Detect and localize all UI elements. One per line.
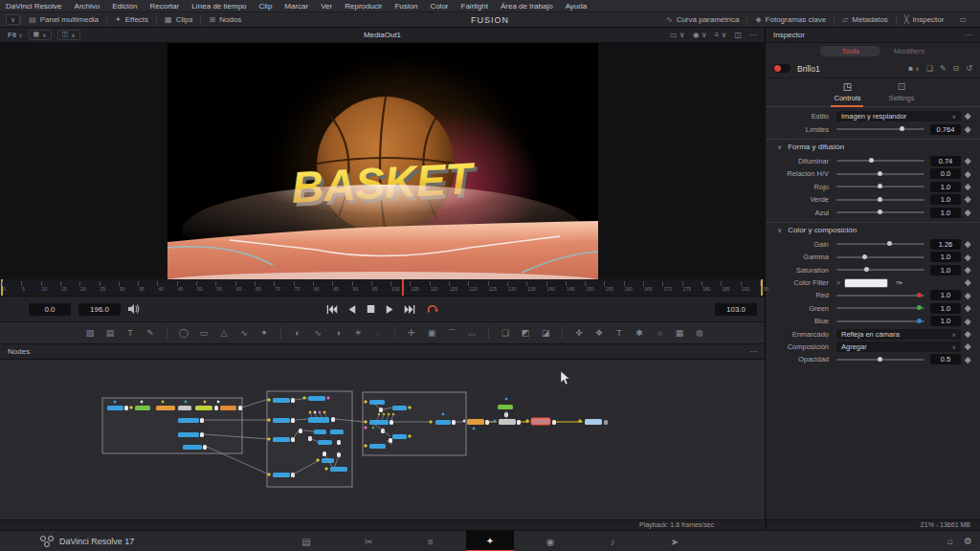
stop-button[interactable] <box>367 305 374 313</box>
range-in-field[interactable]: 0.0 <box>29 303 71 316</box>
glow-icon[interactable]: ☼ <box>654 328 665 338</box>
play-reverse-button[interactable] <box>348 305 355 314</box>
param-slider[interactable] <box>836 186 924 187</box>
curve2-icon[interactable]: ⌓ <box>466 328 478 339</box>
playhead[interactable] <box>402 279 404 296</box>
current-frame-field[interactable]: 103.0 <box>715 303 757 316</box>
keyframe-diamond[interactable] <box>961 242 974 247</box>
keyframe-diamond[interactable] <box>961 255 974 260</box>
param-value-field[interactable]: 0.764 <box>930 124 961 135</box>
edit-page-icon[interactable]: ≡ <box>416 531 445 551</box>
keyframe-diamond[interactable] <box>961 268 974 273</box>
param-slider[interactable] <box>836 128 924 130</box>
param-dropdown[interactable]: Imagen y resplandor∨ <box>836 111 961 121</box>
viewer-menu-ellipsis[interactable]: ⋯ <box>749 31 757 39</box>
speaker-icon[interactable] <box>128 304 140 314</box>
option-list-icon[interactable]: ≡ ∨ <box>715 31 727 39</box>
param-value-field[interactable]: 1.0 <box>930 252 961 262</box>
menu-item[interactable]: Área de trabajo <box>501 2 553 11</box>
keyframe-diamond[interactable] <box>961 344 974 349</box>
expand-arrow[interactable]: > <box>836 279 840 286</box>
param-slider[interactable] <box>836 320 924 322</box>
menu-item[interactable]: Fairlight <box>461 2 488 11</box>
menu-item[interactable]: Ayuda <box>566 2 588 11</box>
matte-control-icon[interactable]: ◩ <box>520 328 531 338</box>
nodes-menu-ellipsis[interactable]: ⋯ <box>749 347 757 356</box>
param-value-field[interactable]: 0.74 <box>930 156 961 166</box>
home-icon[interactable]: ⌂ <box>947 536 953 546</box>
keyframe-diamond[interactable] <box>961 197 974 202</box>
subtab-settings[interactable]: ⊡ Settings <box>888 81 914 107</box>
node-enable-toggle[interactable] <box>773 64 791 73</box>
fusion-page-icon[interactable]: ✦ <box>466 531 514 551</box>
menu-item[interactable]: Edición <box>112 2 137 11</box>
polygon-mask-icon[interactable]: △ <box>218 328 230 338</box>
range-out-field[interactable]: 196.0 <box>78 303 121 316</box>
keyframe-diamond[interactable] <box>961 306 974 311</box>
deliver-page-icon[interactable]: ➤ <box>660 531 689 551</box>
section-header[interactable]: ∨Forma y difusión <box>766 139 980 155</box>
channel-booleans-icon[interactable]: ◪ <box>540 328 551 338</box>
menu-item[interactable]: Ver <box>321 2 332 11</box>
camera3d-icon[interactable]: ▦ <box>674 328 685 338</box>
fotogramas-clave-button[interactable]: ◈Fotogramas clave <box>747 15 834 24</box>
particles-icon[interactable]: ✱ <box>634 328 645 338</box>
param-slider[interactable] <box>836 307 924 309</box>
media-tool-icon[interactable]: ▤ <box>104 328 116 338</box>
effects-button[interactable]: ✦Effects <box>107 15 156 24</box>
inspector-button[interactable]: ╳Inspector <box>897 15 952 24</box>
param-value-field[interactable]: 1.0 <box>930 208 961 218</box>
keyframe-diamond[interactable] <box>961 127 974 132</box>
keyframe-diamond[interactable] <box>961 172 974 177</box>
keyframe-diamond[interactable] <box>961 332 974 337</box>
gamut-icon[interactable]: ◉ ∨ <box>693 31 707 39</box>
param-slider[interactable] <box>836 359 924 361</box>
metadatos-button[interactable]: ▱Metadatos <box>835 15 896 24</box>
fit-dropdown[interactable]: Fit ∨ <box>8 31 23 39</box>
keyframe-diamond[interactable] <box>961 210 974 215</box>
keyframe-diamond[interactable] <box>961 185 974 189</box>
versions-icon[interactable]: ❏ <box>926 64 933 73</box>
keyframe-diamond[interactable] <box>961 320 974 324</box>
rectangle-mask-icon[interactable]: ▭ <box>198 328 210 338</box>
param-value-field[interactable]: 0.5 <box>930 354 961 364</box>
crop-icon[interactable]: ▣ <box>426 328 437 338</box>
loop-button[interactable] <box>426 304 438 315</box>
menu-item[interactable]: Recortar <box>149 2 179 11</box>
param-dropdown[interactable]: Agregar∨ <box>836 342 961 352</box>
edit-icon[interactable]: ✎ <box>940 64 947 73</box>
fairlight-page-icon[interactable]: ♪ <box>598 531 627 551</box>
menu-item[interactable]: Archivo <box>75 2 100 11</box>
text-tool-icon[interactable]: T <box>124 328 136 338</box>
ellipse-mask-icon[interactable]: ◯ <box>178 328 189 338</box>
hue-curves-icon[interactable]: ◑ <box>332 328 344 338</box>
clips-button[interactable]: ▦Clips <box>157 15 200 24</box>
tab-tools[interactable]: Tools <box>820 46 880 56</box>
paint-tool-icon[interactable]: ✎ <box>145 328 156 338</box>
background-tool-icon[interactable]: ▧ <box>84 328 96 338</box>
param-value-field[interactable]: 1.0 <box>930 182 961 192</box>
color-page-icon[interactable]: ◉ <box>536 531 565 551</box>
param-slider[interactable] <box>836 256 924 258</box>
settings-gear-icon[interactable]: ⚙ <box>964 536 972 546</box>
param-value-field[interactable]: 1.0 <box>930 265 961 276</box>
split-view-icon[interactable]: ◫ <box>734 31 742 39</box>
keyframe-diamond[interactable] <box>961 280 974 285</box>
keyframe-diamond[interactable] <box>961 294 974 298</box>
go-to-start-button[interactable] <box>326 305 337 314</box>
param-slider[interactable] <box>836 243 924 245</box>
param-value-field[interactable]: 1.0 <box>930 194 961 205</box>
blur-icon[interactable]: ◌ <box>372 328 384 338</box>
curva-parametrica-button[interactable]: ∿Curva paramétrica <box>658 15 747 24</box>
param-slider[interactable] <box>836 173 924 175</box>
param-slider[interactable] <box>836 160 924 162</box>
renderer3d-icon[interactable]: ◍ <box>694 328 705 338</box>
go-to-end-button[interactable] <box>404 305 414 314</box>
cut-page-icon[interactable]: ✂ <box>354 531 383 551</box>
bspline-mask-icon[interactable]: ∿ <box>238 328 250 338</box>
menu-item[interactable]: Marcar <box>284 2 308 11</box>
view-mode-dropdown[interactable]: ◫ ∨ <box>57 30 80 40</box>
tracker-icon[interactable]: ✜ <box>573 328 585 338</box>
param-value-field[interactable]: 1.26 <box>930 239 961 250</box>
magic-wand-mask-icon[interactable]: ✦ <box>258 328 270 338</box>
